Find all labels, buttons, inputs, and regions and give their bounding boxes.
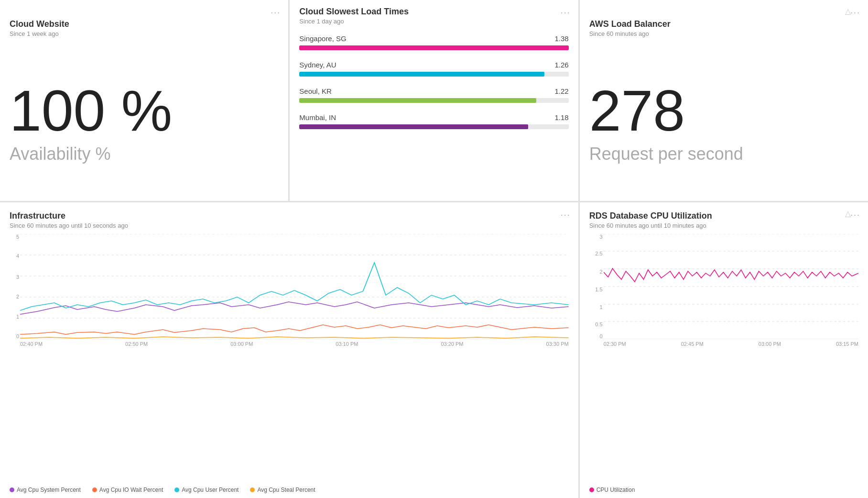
load-bar-container xyxy=(299,98,568,103)
infra-subtitle: Since 60 minutes ago until 10 seconds ag… xyxy=(10,222,569,229)
legend-dot-cpu-util xyxy=(589,487,594,492)
aws-lb-subtitle: Since 60 minutes ago xyxy=(589,30,858,37)
load-item-name: Mumbai, IN xyxy=(299,113,336,122)
load-bar-container xyxy=(299,124,568,129)
aws-lb-menu[interactable]: ··· xyxy=(850,8,860,18)
cloud-website-subtitle: Since 1 week ago xyxy=(10,30,279,37)
load-item-value: 1.26 xyxy=(554,61,568,69)
load-item: Sydney, AU 1.26 xyxy=(299,61,568,77)
load-item-name: Seoul, KR xyxy=(299,87,332,95)
dashboard: Cloud Website Since 1 week ago ··· 100 %… xyxy=(0,0,868,498)
rds-subtitle: Since 60 minutes ago until 10 minutes ag… xyxy=(589,222,858,229)
legend-item-cpu-util: CPU Utilization xyxy=(589,487,635,493)
infra-menu[interactable]: ··· xyxy=(561,210,571,220)
load-item-header: Seoul, KR 1.22 xyxy=(299,87,568,95)
legend-item-cpu-system: Avg Cpu System Percent xyxy=(10,487,81,493)
aws-lb-title: AWS Load Balancer xyxy=(589,19,858,29)
legend-item-cpu-io: Avg Cpu IO Wait Percent xyxy=(92,487,163,493)
cloud-slowest-subtitle: Since 1 day ago xyxy=(299,18,568,25)
infrastructure-panel: Infrastructure Since 60 minutes ago unti… xyxy=(0,202,578,498)
infra-chart-svg xyxy=(20,234,569,339)
cloud-website-panel: Cloud Website Since 1 week ago ··· 100 %… xyxy=(0,0,288,201)
availability-label: Availability % xyxy=(10,144,110,164)
legend-item-cpu-user: Avg Cpu User Percent xyxy=(174,487,239,493)
legend-dot-cpu-steal xyxy=(250,487,255,492)
rds-chart-svg xyxy=(604,234,858,339)
infra-svg-container xyxy=(20,234,569,339)
load-item-value: 1.18 xyxy=(554,113,568,122)
rds-chart-area: 3 2.5 2 1.5 1 0.5 0 xyxy=(589,234,858,339)
requests-label: Request per second xyxy=(589,144,743,164)
infra-chart-container: 5 4 3 2 1 0 xyxy=(10,234,569,347)
aws-lb-panel: AWS Load Balancer Since 60 minutes ago △… xyxy=(580,0,868,201)
infra-y-axis: 5 4 3 2 1 0 xyxy=(10,234,20,339)
load-item: Mumbai, IN 1.18 xyxy=(299,113,568,129)
load-bar xyxy=(299,45,568,50)
load-bar xyxy=(299,72,544,77)
load-item-value: 1.38 xyxy=(554,34,568,43)
cloud-website-menu[interactable]: ··· xyxy=(271,8,281,18)
load-item-value: 1.22 xyxy=(554,87,568,95)
cloud-website-title: Cloud Website xyxy=(10,19,279,29)
load-item-name: Sydney, AU xyxy=(299,61,336,69)
infra-legend: Avg Cpu System Percent Avg Cpu IO Wait P… xyxy=(10,487,315,493)
legend-dot-cpu-io xyxy=(92,487,97,492)
rds-x-axis: 02:30 PM 02:45 PM 03:00 PM 03:15 PM xyxy=(604,341,858,347)
load-bar-container xyxy=(299,72,568,77)
load-item-name: Singapore, SG xyxy=(299,34,346,43)
infra-title: Infrastructure xyxy=(10,211,569,221)
rds-chart-container: 3 2.5 2 1.5 1 0.5 0 xyxy=(589,234,858,347)
rds-y-axis: 3 2.5 2 1.5 1 0.5 0 xyxy=(589,234,604,339)
load-item: Singapore, SG 1.38 xyxy=(299,34,568,50)
rds-svg-container xyxy=(604,234,858,339)
load-item: Seoul, KR 1.22 xyxy=(299,87,568,103)
load-bar-container xyxy=(299,45,568,50)
infra-chart-area: 5 4 3 2 1 0 xyxy=(10,234,569,339)
availability-value: 100 % xyxy=(10,82,172,139)
rds-menu[interactable]: ··· xyxy=(850,210,860,220)
legend-item-cpu-steal: Avg Cpu Steal Percent xyxy=(250,487,315,493)
load-bar xyxy=(299,124,528,129)
load-times-list: Singapore, SG 1.38 Sydney, AU 1.26 Seoul… xyxy=(299,34,568,129)
rds-legend: CPU Utilization xyxy=(589,487,635,493)
cloud-slowest-title: Cloud Slowest Load Times xyxy=(299,7,568,17)
rds-panel: RDS Database CPU Utilization Since 60 mi… xyxy=(580,202,868,498)
cloud-slowest-panel: Cloud Slowest Load Times Since 1 day ago… xyxy=(290,0,578,201)
requests-value: 278 xyxy=(589,82,685,139)
legend-dot-cpu-user xyxy=(174,487,179,492)
load-item-header: Singapore, SG 1.38 xyxy=(299,34,568,43)
infra-x-axis: 02:40 PM 02:50 PM 03:00 PM 03:10 PM 03:2… xyxy=(20,341,569,347)
load-bar xyxy=(299,98,536,103)
load-item-header: Sydney, AU 1.26 xyxy=(299,61,568,69)
legend-dot-cpu-system xyxy=(10,487,14,492)
cloud-slowest-menu[interactable]: ··· xyxy=(561,8,571,18)
load-item-header: Mumbai, IN 1.18 xyxy=(299,113,568,122)
rds-title: RDS Database CPU Utilization xyxy=(589,211,858,221)
